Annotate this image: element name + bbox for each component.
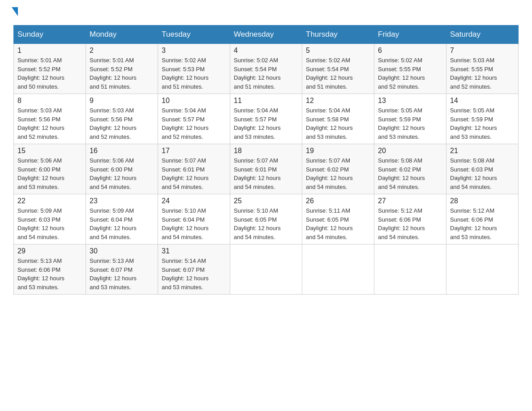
day-number: 17 [162, 147, 226, 155]
calendar-cell: 2 Sunrise: 5:01 AMSunset: 5:52 PMDayligh… [86, 44, 158, 94]
calendar-header-row: SundayMondayTuesdayWednesdayThursdayFrid… [14, 26, 519, 44]
calendar-cell: 23 Sunrise: 5:09 AMSunset: 6:04 PMDaylig… [86, 194, 158, 244]
day-info: Sunrise: 5:02 AMSunset: 5:53 PMDaylight:… [162, 57, 209, 90]
calendar-week-row: 29 Sunrise: 5:13 AMSunset: 6:06 PMDaylig… [14, 244, 519, 295]
day-number: 12 [306, 97, 370, 105]
calendar-cell: 31 Sunrise: 5:14 AMSunset: 6:07 PMDaylig… [158, 244, 230, 295]
calendar-cell: 11 Sunrise: 5:04 AMSunset: 5:57 PMDaylig… [230, 94, 302, 144]
day-info: Sunrise: 5:12 AMSunset: 6:06 PMDaylight:… [378, 207, 425, 240]
day-info: Sunrise: 5:06 AMSunset: 6:00 PMDaylight:… [17, 157, 64, 190]
calendar-cell [374, 244, 446, 295]
calendar-cell: 22 Sunrise: 5:09 AMSunset: 6:03 PMDaylig… [14, 194, 86, 244]
calendar-table: SundayMondayTuesdayWednesdayThursdayFrid… [13, 25, 519, 295]
calendar-cell [302, 244, 374, 295]
day-info: Sunrise: 5:01 AMSunset: 5:52 PMDaylight:… [17, 57, 64, 90]
day-number: 22 [17, 197, 82, 205]
day-info: Sunrise: 5:08 AMSunset: 6:03 PMDaylight:… [450, 157, 497, 190]
day-info: Sunrise: 5:10 AMSunset: 6:04 PMDaylight:… [162, 207, 209, 240]
day-number: 20 [378, 147, 442, 155]
header-tuesday: Tuesday [158, 26, 230, 44]
day-number: 21 [450, 147, 515, 155]
day-number: 13 [378, 97, 442, 105]
header-saturday: Saturday [446, 26, 519, 44]
header-monday: Monday [86, 26, 158, 44]
day-number: 24 [162, 197, 226, 205]
calendar-cell: 6 Sunrise: 5:02 AMSunset: 5:55 PMDayligh… [374, 44, 446, 94]
day-number: 26 [306, 197, 370, 205]
calendar-cell: 19 Sunrise: 5:07 AMSunset: 6:02 PMDaylig… [302, 144, 374, 194]
day-number: 10 [162, 97, 226, 105]
day-info: Sunrise: 5:09 AMSunset: 6:04 PMDaylight:… [90, 207, 137, 240]
day-info: Sunrise: 5:03 AMSunset: 5:56 PMDaylight:… [17, 107, 64, 140]
day-number: 23 [90, 197, 154, 205]
day-number: 2 [90, 47, 154, 55]
day-number: 9 [90, 97, 154, 105]
calendar-cell: 3 Sunrise: 5:02 AMSunset: 5:53 PMDayligh… [158, 44, 230, 94]
day-number: 1 [17, 47, 82, 55]
calendar-cell: 13 Sunrise: 5:05 AMSunset: 5:59 PMDaylig… [374, 94, 446, 144]
day-info: Sunrise: 5:04 AMSunset: 5:57 PMDaylight:… [234, 107, 281, 140]
day-info: Sunrise: 5:11 AMSunset: 6:05 PMDaylight:… [306, 207, 353, 240]
day-info: Sunrise: 5:07 AMSunset: 6:01 PMDaylight:… [234, 157, 281, 190]
calendar-cell: 12 Sunrise: 5:04 AMSunset: 5:58 PMDaylig… [302, 94, 374, 144]
day-info: Sunrise: 5:01 AMSunset: 5:52 PMDaylight:… [90, 57, 137, 90]
day-number: 29 [17, 247, 82, 255]
logo [13, 9, 18, 16]
calendar-cell: 4 Sunrise: 5:02 AMSunset: 5:54 PMDayligh… [230, 44, 302, 94]
day-number: 8 [17, 97, 82, 105]
day-info: Sunrise: 5:12 AMSunset: 6:06 PMDaylight:… [450, 207, 497, 240]
logo-triangle-icon [12, 7, 18, 16]
day-number: 14 [450, 97, 515, 105]
day-info: Sunrise: 5:13 AMSunset: 6:07 PMDaylight:… [90, 257, 137, 291]
calendar-cell: 26 Sunrise: 5:11 AMSunset: 6:05 PMDaylig… [302, 194, 374, 244]
header-sunday: Sunday [14, 26, 86, 44]
calendar-week-row: 22 Sunrise: 5:09 AMSunset: 6:03 PMDaylig… [14, 194, 519, 244]
day-info: Sunrise: 5:09 AMSunset: 6:03 PMDaylight:… [17, 207, 64, 240]
day-number: 19 [306, 147, 370, 155]
day-number: 28 [450, 197, 515, 205]
calendar-cell: 28 Sunrise: 5:12 AMSunset: 6:06 PMDaylig… [446, 194, 519, 244]
calendar-cell: 1 Sunrise: 5:01 AMSunset: 5:52 PMDayligh… [14, 44, 86, 94]
page-header [13, 9, 519, 16]
day-info: Sunrise: 5:05 AMSunset: 5:59 PMDaylight:… [378, 107, 425, 140]
calendar-cell: 17 Sunrise: 5:07 AMSunset: 6:01 PMDaylig… [158, 144, 230, 194]
day-info: Sunrise: 5:14 AMSunset: 6:07 PMDaylight:… [162, 257, 209, 291]
calendar-cell: 15 Sunrise: 5:06 AMSunset: 6:00 PMDaylig… [14, 144, 86, 194]
calendar-cell [230, 244, 302, 295]
header-friday: Friday [374, 26, 446, 44]
calendar-week-row: 15 Sunrise: 5:06 AMSunset: 6:00 PMDaylig… [14, 144, 519, 194]
day-number: 7 [450, 47, 515, 55]
day-number: 31 [162, 247, 226, 255]
day-info: Sunrise: 5:03 AMSunset: 5:55 PMDaylight:… [450, 57, 497, 90]
day-number: 15 [17, 147, 82, 155]
calendar-cell: 18 Sunrise: 5:07 AMSunset: 6:01 PMDaylig… [230, 144, 302, 194]
day-info: Sunrise: 5:02 AMSunset: 5:54 PMDaylight:… [234, 57, 281, 90]
calendar-cell: 20 Sunrise: 5:08 AMSunset: 6:02 PMDaylig… [374, 144, 446, 194]
header-wednesday: Wednesday [230, 26, 302, 44]
calendar-cell [446, 244, 519, 295]
day-info: Sunrise: 5:13 AMSunset: 6:06 PMDaylight:… [17, 257, 64, 291]
calendar-week-row: 1 Sunrise: 5:01 AMSunset: 5:52 PMDayligh… [14, 44, 519, 94]
calendar-cell: 14 Sunrise: 5:05 AMSunset: 5:59 PMDaylig… [446, 94, 519, 144]
calendar-cell: 25 Sunrise: 5:10 AMSunset: 6:05 PMDaylig… [230, 194, 302, 244]
calendar-cell: 21 Sunrise: 5:08 AMSunset: 6:03 PMDaylig… [446, 144, 519, 194]
day-info: Sunrise: 5:07 AMSunset: 6:02 PMDaylight:… [306, 157, 353, 190]
calendar-cell: 10 Sunrise: 5:04 AMSunset: 5:57 PMDaylig… [158, 94, 230, 144]
calendar-cell: 16 Sunrise: 5:06 AMSunset: 6:00 PMDaylig… [86, 144, 158, 194]
day-info: Sunrise: 5:10 AMSunset: 6:05 PMDaylight:… [234, 207, 281, 240]
day-info: Sunrise: 5:02 AMSunset: 5:55 PMDaylight:… [378, 57, 425, 90]
day-number: 4 [234, 47, 298, 55]
day-number: 18 [234, 147, 298, 155]
day-number: 25 [234, 197, 298, 205]
day-number: 3 [162, 47, 226, 55]
day-number: 30 [90, 247, 154, 255]
calendar-cell: 7 Sunrise: 5:03 AMSunset: 5:55 PMDayligh… [446, 44, 519, 94]
day-number: 6 [378, 47, 442, 55]
calendar-week-row: 8 Sunrise: 5:03 AMSunset: 5:56 PMDayligh… [14, 94, 519, 144]
day-info: Sunrise: 5:04 AMSunset: 5:57 PMDaylight:… [162, 107, 209, 140]
day-info: Sunrise: 5:05 AMSunset: 5:59 PMDaylight:… [450, 107, 497, 140]
day-info: Sunrise: 5:03 AMSunset: 5:56 PMDaylight:… [90, 107, 137, 140]
header-thursday: Thursday [302, 26, 374, 44]
day-number: 11 [234, 97, 298, 105]
day-number: 27 [378, 197, 442, 205]
